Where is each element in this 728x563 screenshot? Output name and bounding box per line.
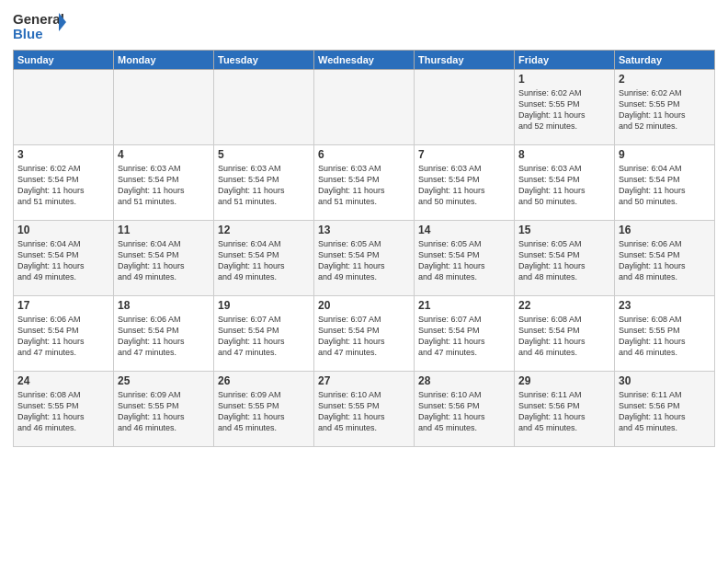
day-info: Sunrise: 6:08 AM Sunset: 5:55 PM Dayligh… [17,389,109,434]
day-number: 7 [418,148,510,161]
calendar-cell: 23Sunrise: 6:08 AM Sunset: 5:55 PM Dayli… [615,296,715,372]
calendar-cell: 24Sunrise: 6:08 AM Sunset: 5:55 PM Dayli… [14,372,114,447]
day-number: 1 [518,73,610,86]
calendar-week-row: 24Sunrise: 6:08 AM Sunset: 5:55 PM Dayli… [14,372,715,447]
day-of-week-header: Monday [114,51,214,70]
calendar-cell [214,70,314,145]
day-number: 15 [518,224,610,236]
calendar-cell: 20Sunrise: 6:07 AM Sunset: 5:54 PM Dayli… [314,296,415,372]
day-number: 5 [218,148,310,161]
day-info: Sunrise: 6:04 AM Sunset: 5:54 PM Dayligh… [619,163,711,208]
calendar-cell: 21Sunrise: 6:07 AM Sunset: 5:54 PM Dayli… [415,296,515,372]
day-info: Sunrise: 6:02 AM Sunset: 5:54 PM Dayligh… [17,163,109,208]
day-info: Sunrise: 6:04 AM Sunset: 5:54 PM Dayligh… [17,238,109,283]
calendar-cell: 16Sunrise: 6:06 AM Sunset: 5:54 PM Dayli… [615,221,715,296]
day-info: Sunrise: 6:06 AM Sunset: 5:54 PM Dayligh… [619,238,711,283]
day-info: Sunrise: 6:10 AM Sunset: 5:55 PM Dayligh… [318,389,410,434]
logo: GeneralBlue [13,9,68,42]
calendar-cell: 25Sunrise: 6:09 AM Sunset: 5:55 PM Dayli… [114,372,214,447]
day-number: 2 [619,73,711,86]
calendar-cell: 9Sunrise: 6:04 AM Sunset: 5:54 PM Daylig… [615,145,715,221]
day-number: 20 [318,299,410,312]
calendar-cell: 29Sunrise: 6:11 AM Sunset: 5:56 PM Dayli… [515,372,615,447]
day-number: 22 [518,299,610,312]
calendar-cell [114,70,214,145]
day-number: 3 [17,148,109,161]
day-info: Sunrise: 6:03 AM Sunset: 5:54 PM Dayligh… [518,163,610,208]
day-number: 16 [619,224,711,236]
day-info: Sunrise: 6:07 AM Sunset: 5:54 PM Dayligh… [418,314,510,359]
day-number: 9 [619,148,711,161]
header: GeneralBlue [13,9,715,42]
calendar-cell: 19Sunrise: 6:07 AM Sunset: 5:54 PM Dayli… [214,296,314,372]
day-of-week-header: Friday [515,51,615,70]
calendar-week-row: 10Sunrise: 6:04 AM Sunset: 5:54 PM Dayli… [14,221,715,296]
calendar-header-row: SundayMondayTuesdayWednesdayThursdayFrid… [14,51,715,70]
day-of-week-header: Sunday [14,51,114,70]
day-info: Sunrise: 6:08 AM Sunset: 5:54 PM Dayligh… [518,314,610,359]
svg-text:Blue: Blue [13,26,43,41]
calendar-week-row: 3Sunrise: 6:02 AM Sunset: 5:54 PM Daylig… [14,145,715,221]
day-info: Sunrise: 6:04 AM Sunset: 5:54 PM Dayligh… [118,238,210,283]
calendar-cell: 12Sunrise: 6:04 AM Sunset: 5:54 PM Dayli… [214,221,314,296]
day-info: Sunrise: 6:03 AM Sunset: 5:54 PM Dayligh… [418,163,510,208]
calendar-cell [14,70,114,145]
day-of-week-header: Tuesday [214,51,314,70]
day-info: Sunrise: 6:03 AM Sunset: 5:54 PM Dayligh… [118,163,210,208]
day-number: 27 [318,374,410,387]
day-of-week-header: Thursday [415,51,515,70]
day-info: Sunrise: 6:06 AM Sunset: 5:54 PM Dayligh… [17,314,109,359]
day-info: Sunrise: 6:03 AM Sunset: 5:54 PM Dayligh… [218,163,310,208]
day-number: 14 [418,224,510,236]
day-number: 6 [318,148,410,161]
day-info: Sunrise: 6:09 AM Sunset: 5:55 PM Dayligh… [118,389,210,434]
day-info: Sunrise: 6:07 AM Sunset: 5:54 PM Dayligh… [218,314,310,359]
day-number: 13 [318,224,410,236]
day-number: 18 [118,299,210,312]
calendar-cell: 7Sunrise: 6:03 AM Sunset: 5:54 PM Daylig… [415,145,515,221]
logo-svg: GeneralBlue [13,9,68,42]
calendar-cell: 30Sunrise: 6:11 AM Sunset: 5:56 PM Dayli… [615,372,715,447]
day-number: 21 [418,299,510,312]
calendar-cell: 22Sunrise: 6:08 AM Sunset: 5:54 PM Dayli… [515,296,615,372]
day-number: 29 [518,374,610,387]
day-info: Sunrise: 6:05 AM Sunset: 5:54 PM Dayligh… [318,238,410,283]
day-info: Sunrise: 6:08 AM Sunset: 5:55 PM Dayligh… [619,314,711,359]
calendar-cell: 14Sunrise: 6:05 AM Sunset: 5:54 PM Dayli… [415,221,515,296]
calendar-cell: 26Sunrise: 6:09 AM Sunset: 5:55 PM Dayli… [214,372,314,447]
day-info: Sunrise: 6:03 AM Sunset: 5:54 PM Dayligh… [318,163,410,208]
day-info: Sunrise: 6:02 AM Sunset: 5:55 PM Dayligh… [518,87,610,132]
day-info: Sunrise: 6:05 AM Sunset: 5:54 PM Dayligh… [518,238,610,283]
day-info: Sunrise: 6:10 AM Sunset: 5:56 PM Dayligh… [418,389,510,434]
calendar-cell: 17Sunrise: 6:06 AM Sunset: 5:54 PM Dayli… [14,296,114,372]
day-info: Sunrise: 6:11 AM Sunset: 5:56 PM Dayligh… [518,389,610,434]
day-info: Sunrise: 6:09 AM Sunset: 5:55 PM Dayligh… [218,389,310,434]
calendar-cell: 6Sunrise: 6:03 AM Sunset: 5:54 PM Daylig… [314,145,415,221]
day-number: 17 [17,299,109,312]
calendar-cell [415,70,515,145]
day-number: 8 [518,148,610,161]
day-info: Sunrise: 6:07 AM Sunset: 5:54 PM Dayligh… [318,314,410,359]
day-of-week-header: Saturday [615,51,715,70]
calendar-cell: 5Sunrise: 6:03 AM Sunset: 5:54 PM Daylig… [214,145,314,221]
calendar-cell [314,70,415,145]
day-number: 26 [218,374,310,387]
calendar-cell: 2Sunrise: 6:02 AM Sunset: 5:55 PM Daylig… [615,70,715,145]
day-info: Sunrise: 6:04 AM Sunset: 5:54 PM Dayligh… [218,238,310,283]
calendar-week-row: 17Sunrise: 6:06 AM Sunset: 5:54 PM Dayli… [14,296,715,372]
calendar-cell: 4Sunrise: 6:03 AM Sunset: 5:54 PM Daylig… [114,145,214,221]
day-number: 23 [619,299,711,312]
day-number: 11 [118,224,210,236]
svg-text:General: General [13,11,64,27]
calendar-cell: 1Sunrise: 6:02 AM Sunset: 5:55 PM Daylig… [515,70,615,145]
day-info: Sunrise: 6:06 AM Sunset: 5:54 PM Dayligh… [118,314,210,359]
calendar-cell: 15Sunrise: 6:05 AM Sunset: 5:54 PM Dayli… [515,221,615,296]
calendar-week-row: 1Sunrise: 6:02 AM Sunset: 5:55 PM Daylig… [14,70,715,145]
calendar-cell: 3Sunrise: 6:02 AM Sunset: 5:54 PM Daylig… [14,145,114,221]
calendar-cell: 11Sunrise: 6:04 AM Sunset: 5:54 PM Dayli… [114,221,214,296]
day-info: Sunrise: 6:05 AM Sunset: 5:54 PM Dayligh… [418,238,510,283]
day-number: 25 [118,374,210,387]
calendar-cell: 28Sunrise: 6:10 AM Sunset: 5:56 PM Dayli… [415,372,515,447]
calendar-body: 1Sunrise: 6:02 AM Sunset: 5:55 PM Daylig… [14,70,715,447]
day-of-week-header: Wednesday [314,51,415,70]
